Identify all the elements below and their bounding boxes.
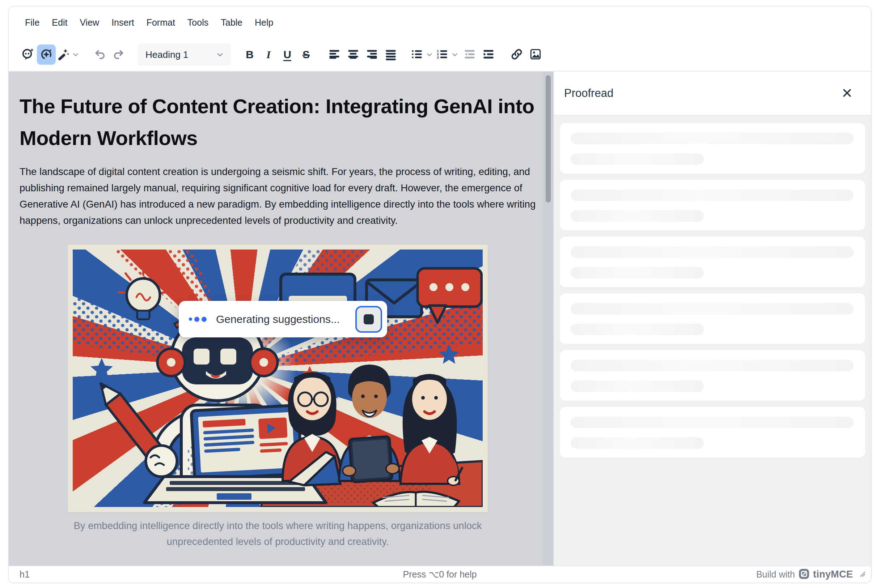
loading-dots-icon [189,317,207,322]
menu-tools[interactable]: Tools [181,14,215,32]
undo-icon [93,48,106,62]
toolbar-group-inline: B I U S [240,45,316,65]
ai-review-icon [40,48,53,62]
numbered-list-icon: 123 [436,48,449,62]
italic-icon: I [266,48,271,61]
editor-scrollbar [543,72,553,566]
align-right-button[interactable] [363,45,381,65]
strikethrough-button[interactable]: S [297,45,316,65]
bullet-list-icon [410,48,423,62]
main-area: The Future of Content Creation: Integrat… [9,72,871,566]
suggestion-skeleton-card [560,123,865,174]
underline-icon: U [283,48,291,61]
brand-prefix: Build with [756,569,795,580]
document-paragraph[interactable]: The landscape of digital content creatio… [20,164,536,228]
ai-review-button[interactable] [37,45,56,65]
tinymce-logo-icon [799,568,809,581]
generating-suggestions-toast: Generating suggestions... [179,301,387,338]
numbered-list-dropdown-chevron[interactable] [450,45,460,65]
menu-view[interactable]: View [74,14,105,32]
outdent-button[interactable] [460,45,479,65]
menu-edit[interactable]: Edit [45,14,74,32]
strikethrough-icon: S [302,48,310,61]
link-button[interactable] [507,45,526,65]
toolbar: Heading 1 B I U S [9,38,871,72]
align-justify-icon [384,48,397,62]
ai-shortcuts-dropdown-chevron[interactable] [70,45,81,65]
element-path[interactable]: h1 [20,569,30,580]
toolbar-group-lists: 123 [410,45,498,65]
proofread-panel-title: Proofread [564,87,613,100]
menu-table[interactable]: Table [215,14,248,32]
italic-button[interactable]: I [259,45,278,65]
close-panel-button[interactable] [839,86,855,101]
scrollbar-thumb[interactable] [546,75,551,202]
redo-button[interactable] [109,45,128,65]
ai-assistant-button[interactable] [18,45,37,65]
underline-button[interactable]: U [278,45,297,65]
align-right-icon [366,48,379,62]
undo-button[interactable] [90,45,109,65]
redo-icon [112,48,125,62]
align-center-button[interactable] [344,45,363,65]
generating-status-text: Generating suggestions... [216,313,340,326]
proofread-panel-body [554,116,871,566]
toolbar-group-history [90,45,128,65]
close-icon [842,87,853,99]
document-title[interactable]: The Future of Content Creation: Integrat… [20,90,536,154]
bullet-list-dropdown-chevron[interactable] [424,45,435,65]
block-format-select[interactable]: Heading 1 [137,44,231,66]
stop-generation-button[interactable] [355,306,382,333]
ai-chat-icon [21,48,34,62]
resize-handle-icon[interactable] [859,570,866,579]
editor-window: File Edit View Insert Format Tools Table… [8,6,872,583]
menu-bar: File Edit View Insert Format Tools Table… [9,6,871,38]
menu-insert[interactable]: Insert [105,14,140,32]
brand-name[interactable]: tinyMCE [813,569,853,580]
bold-button[interactable]: B [240,45,259,65]
suggestion-skeleton-card [560,407,865,458]
block-format-value: Heading 1 [146,49,188,60]
align-left-icon [328,48,341,62]
status-bar: h1 Press ⌥0 for help Build with tinyMCE [9,566,871,583]
article-hero-image[interactable] [68,244,488,512]
document-figure: By embedding intelligence directly into … [68,244,488,550]
suggestion-skeleton-card [560,180,865,230]
numbered-list-button[interactable]: 123 [435,45,450,65]
proofread-panel-header: Proofread [554,72,871,116]
toolbar-group-ai [18,45,81,65]
bold-icon: B [246,48,254,61]
menu-file[interactable]: File [19,14,45,32]
outdent-icon [463,48,476,62]
toolbar-group-insert [507,45,545,65]
insert-image-button[interactable] [526,45,545,65]
proofread-panel: Proofread [553,72,871,566]
image-caption[interactable]: By embedding intelligence directly into … [68,518,488,550]
align-justify-button[interactable] [381,45,400,65]
menu-help[interactable]: Help [248,14,279,32]
bullet-list-button[interactable] [410,45,424,65]
help-shortcut-text: Press ⌥0 for help [403,569,477,580]
image-icon [529,48,542,62]
align-center-icon [347,48,360,62]
toolbar-group-align [325,45,400,65]
stop-square-icon [364,314,374,324]
indent-icon [482,48,495,62]
suggestion-skeleton-card [560,350,865,400]
magic-wand-icon [56,48,69,62]
svg-text:3: 3 [437,55,439,59]
menu-format[interactable]: Format [140,14,181,32]
chevron-down-icon [216,50,224,59]
suggestion-skeleton-card [560,237,865,287]
align-left-button[interactable] [325,45,344,65]
suggestion-skeleton-card [560,293,865,344]
indent-button[interactable] [479,45,498,65]
link-icon [510,48,523,62]
ai-shortcuts-button[interactable] [56,45,70,65]
